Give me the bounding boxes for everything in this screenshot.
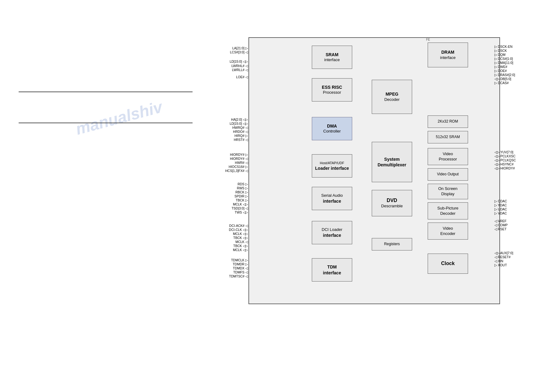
vout-label: Video Output (437, 172, 459, 177)
decorative-line-top (19, 92, 193, 92)
vproc-title: Video (439, 151, 457, 157)
rom-block: 2Kx32 ROM (428, 115, 468, 128)
subpic-subtitle: Decoder (437, 211, 458, 216)
sysdmx-title: System (378, 156, 407, 162)
ess-subtitle: Processor (322, 90, 342, 95)
subpic-title: Sub-Picture (437, 206, 458, 211)
watermark: manualshiv (74, 97, 164, 138)
dvd-subtitle: Descramble (381, 204, 403, 209)
registers-label: Registers (384, 242, 400, 247)
venc-title: Video (440, 226, 455, 231)
sig-dcas: ▷ DCAS# (494, 80, 509, 85)
dci-title: DCI Loader (322, 227, 342, 232)
serial-audio-block: Serial Audio interface (312, 187, 352, 210)
rom-label: 2Kx32 ROM (438, 119, 458, 124)
sig-loe: LOE# ◁ (236, 74, 248, 79)
sig-tdmtsc: TDMTSC# ◁ (229, 273, 248, 279)
dvd-descramble-block: DVD Descramble (372, 190, 412, 216)
sram-title: SRAM (324, 52, 340, 57)
sig-hrst: HRST# ◁ (234, 137, 248, 142)
sram2-block: 512x32 SRAM (428, 131, 468, 143)
sig-lcs30: LCS#[3:0] ◁ (230, 49, 248, 55)
mpeg-title: MPEG (384, 91, 399, 97)
sig-hcs13fx: HCS[1,3]FX# ◁ (225, 168, 248, 173)
dci-subtitle: interface (322, 232, 342, 238)
vproc-subtitle: Processor (439, 157, 457, 162)
sram-subtitle: interface (324, 57, 340, 63)
block-diagram: FE SRAM interface DRAM interface ESS RIS… (208, 34, 537, 304)
ess-risc-block: ESS RISC Processor (312, 78, 352, 101)
mpeg-decoder-block: MPEG Decoder (372, 80, 412, 114)
dci-loader-block: DCI Loader interface (312, 221, 352, 244)
sig-rset: ◁ RSET (494, 226, 507, 232)
video-processor-block: Video Processor (428, 148, 468, 165)
video-encoder-block: Video Encoder (428, 223, 468, 240)
tdm-title: TDM (323, 264, 341, 270)
dma-title: DMA (323, 123, 341, 129)
diagram-border: FE SRAM interface DRAM interface ESS RIS… (248, 37, 500, 304)
dvd-title: DVD (381, 197, 403, 204)
subpic-decoder-block: Sub-Picture Decoder (428, 202, 468, 219)
clock-block: Clock (428, 254, 468, 274)
dma-controller-block: DMA Controller (312, 117, 352, 140)
video-output-block: Video Output (428, 168, 468, 181)
serial-title: Serial Audio (321, 193, 343, 198)
osd-subtitle: Display (438, 191, 457, 197)
dram-title: DRAM (440, 49, 456, 55)
clock-label: Clock (441, 260, 455, 267)
dma-subtitle: Controller (323, 129, 341, 134)
fe-label: FE (426, 38, 430, 41)
dram-subtitle: interface (440, 55, 456, 61)
sram2-label: 512x32 SRAM (436, 135, 460, 140)
venc-subtitle: Encoder (440, 231, 455, 237)
loader-interface-block: Host/ATAP/UDF Loader interface (312, 154, 352, 178)
dram-interface-block: DRAM interface (428, 43, 468, 67)
tdm-interface-block: TDM interface (312, 258, 352, 282)
sig-hiordy-r: ◁▷ HIORDY# (494, 165, 515, 171)
sig-xout: ▷ XOUT (494, 262, 507, 268)
registers-block: Registers (372, 238, 412, 250)
sig-vdac: ▷ VDAC (494, 210, 507, 216)
tdm-subtitle: interface (323, 270, 341, 276)
serial-subtitle: interface (321, 198, 343, 204)
mpeg-subtitle: Decoder (384, 97, 399, 102)
sig-tws: TWS ◁▷ (235, 209, 248, 215)
sig-mclk4: MCLK ◁▷ (233, 247, 248, 252)
sig-lwrll: LWRLL# ◁ (232, 67, 248, 72)
system-demux-block: System Demultiplexer (372, 142, 412, 182)
osd-title: On Screen (438, 186, 457, 191)
decorative-line-bottom (19, 123, 193, 123)
ess-title: ESS RISC (322, 84, 342, 90)
osd-block: On Screen Display (428, 184, 468, 199)
sram-interface-block: SRAM interface (312, 46, 352, 69)
loader-title: Host/ATAP/UDF (315, 161, 349, 165)
sysdmx-subtitle: Demultiplexer (378, 162, 407, 168)
loader-subtitle: Loader interface (315, 165, 349, 171)
page-container: manualshiv FE SRAM interface DRAM interf… (0, 0, 555, 392)
